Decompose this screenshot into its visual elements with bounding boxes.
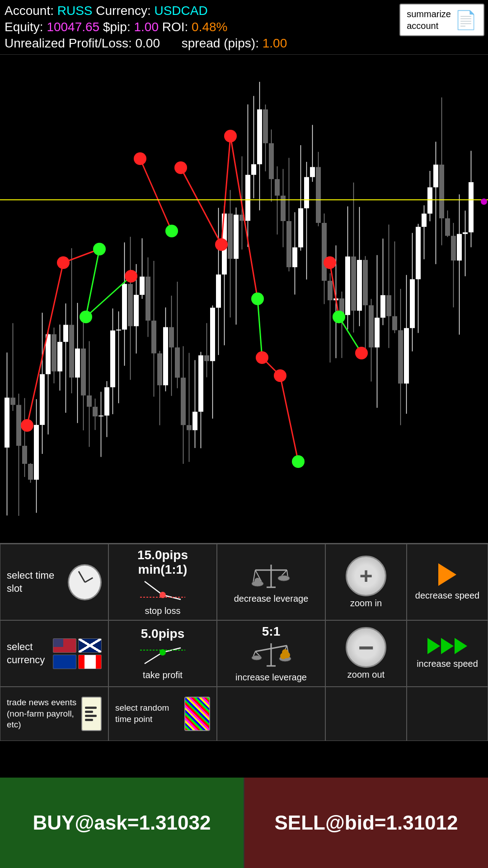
equity-value: 10047.65: [47, 20, 103, 34]
select-time-slot-button[interactable]: select time slot: [0, 544, 108, 620]
take-profit-pips: 5.0pips: [141, 627, 184, 641]
increase-leverage-ratio: 5:1: [262, 624, 280, 639]
trade-bar: BUY@ask=1.31032 SELL@bid=1.31012: [0, 778, 488, 868]
decrease-leverage-label: decrease leverage: [234, 594, 309, 604]
select-time-slot-label: select time slot: [7, 569, 68, 595]
take-profit-label: take profit: [143, 670, 183, 680]
account-label: Account:: [5, 4, 54, 18]
eu-flag: [53, 655, 76, 669]
trade-news-button[interactable]: trade news events (non-farm payroll, etc…: [0, 687, 108, 741]
select-currency-button[interactable]: select currency: [0, 620, 108, 687]
take-profit-chart: [140, 641, 185, 668]
zoom-out-icon: −: [346, 627, 386, 668]
clock-icon: [68, 564, 102, 600]
empty-cell-1: [217, 687, 325, 741]
zoom-in-icon: +: [346, 556, 386, 596]
decrease-leverage-scales: [251, 560, 291, 592]
svg-line-0: [145, 581, 163, 595]
zoom-in-label: zoom in: [350, 598, 382, 609]
flags-icon: [53, 638, 102, 669]
stop-loss-pips: 15.0pips min(1:1): [113, 548, 213, 577]
random-icon: [184, 697, 210, 731]
svg-point-22: [252, 656, 262, 660]
currency-label: Currency:: [96, 4, 154, 18]
price-dot: [481, 198, 487, 205]
news-icon: [81, 697, 102, 731]
spread-label: spread (pips):: [182, 36, 259, 50]
summarize-label: summarizeaccount: [407, 8, 451, 32]
news-line-1: [85, 707, 97, 709]
unrealized-label: Unrealized Profit/Loss:: [5, 36, 132, 50]
unrealized-value: 0.00: [135, 36, 163, 50]
empty-cell-3: [407, 687, 488, 741]
decrease-leverage-button[interactable]: decrease leverage: [217, 544, 325, 620]
sell-button[interactable]: SELL@bid=1.31012: [244, 778, 488, 868]
controls-panel: select time slot 15.0pips min(1:1) stop …: [0, 543, 488, 741]
ca-flag: [78, 655, 102, 669]
sell-label: SELL@bid=1.31012: [274, 811, 458, 834]
buy-button[interactable]: BUY@ask=1.31032: [0, 778, 244, 868]
account-name: RUSS: [57, 4, 93, 18]
summarize-icon: 📄: [455, 9, 477, 31]
chart-area: [0, 55, 488, 543]
trade-news-label: trade news events (non-farm payroll, etc…: [7, 697, 81, 731]
spread-value: 1.00: [263, 36, 287, 50]
uk-flag: [78, 638, 102, 653]
equity-label: Equity:: [5, 20, 43, 34]
increase-speed-label: increase speed: [417, 659, 478, 669]
pip-value: 1.00: [134, 20, 162, 34]
select-random-label: select random time point: [115, 703, 184, 725]
increase-speed-icon: [427, 638, 467, 654]
increase-leverage-button[interactable]: 5:1 increase leverage: [217, 620, 325, 687]
svg-line-14: [145, 652, 163, 664]
news-line-2: [85, 711, 93, 713]
summarize-button[interactable]: summarizeaccount 📄: [399, 4, 484, 36]
us-flag: [53, 638, 76, 653]
candlestick-chart: [0, 55, 488, 543]
select-currency-label: select currency: [7, 641, 53, 666]
roi-value: 0.48%: [192, 20, 227, 34]
stop-loss-chart: [140, 577, 185, 604]
pip-label: $pip:: [103, 20, 131, 34]
news-line-3: [85, 715, 97, 717]
select-random-button[interactable]: select random time point: [108, 687, 217, 741]
price-line: [0, 199, 488, 200]
svg-point-12: [278, 576, 290, 581]
decrease-speed-button[interactable]: decrease speed: [407, 544, 488, 620]
decrease-speed-label: decrease speed: [415, 590, 479, 601]
take-profit-button[interactable]: 5.0pips take profit: [108, 620, 217, 687]
empty-cell-2: [325, 687, 407, 741]
zoom-out-label: zoom out: [347, 670, 385, 680]
svg-point-28: [282, 649, 288, 656]
buy-label: BUY@ask=1.31032: [33, 811, 211, 834]
decrease-speed-icon: [438, 563, 456, 586]
svg-point-9: [254, 578, 261, 584]
increase-leverage-scales: [251, 639, 291, 670]
currency-value: USDCAD: [154, 4, 207, 18]
zoom-in-button[interactable]: + zoom in: [325, 544, 407, 620]
roi-label: ROI:: [162, 20, 192, 34]
increase-speed-button[interactable]: increase speed: [407, 620, 488, 687]
increase-leverage-label: increase leverage: [235, 672, 307, 683]
news-line-4: [85, 719, 93, 721]
stop-loss-button[interactable]: 15.0pips min(1:1) stop loss: [108, 544, 217, 620]
stop-loss-label: stop loss: [145, 606, 181, 616]
zoom-out-button[interactable]: − zoom out: [325, 620, 407, 687]
